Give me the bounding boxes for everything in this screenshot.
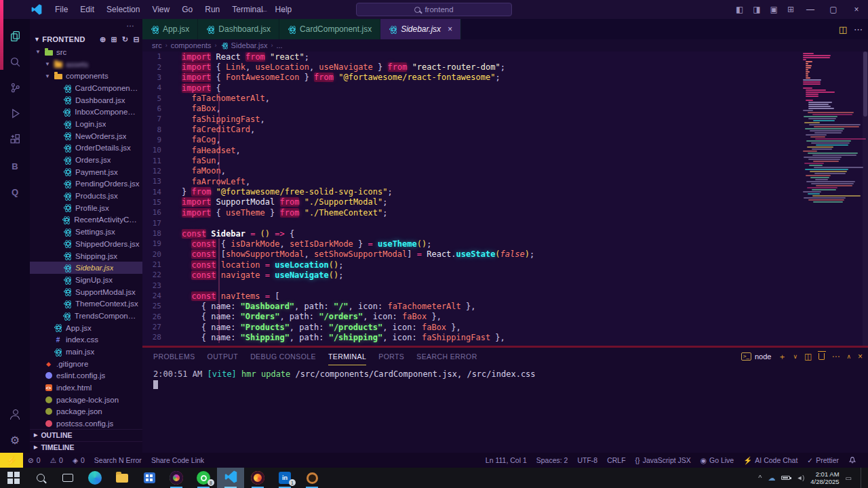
minimize-button[interactable]: — xyxy=(799,0,822,19)
tree-item-shipping-jsx[interactable]: Shipping.jsx xyxy=(30,250,142,262)
activity-item-run-debug[interactable] xyxy=(0,102,30,127)
tree-item-shippedorders-jsx[interactable]: ShippedOrders.jsx xyxy=(30,238,142,250)
status-thunder-client[interactable]: ⚡ xyxy=(0,453,23,468)
editor-scrollbar[interactable] xyxy=(863,52,868,346)
tree-item-orderdetails-jsx[interactable]: OrderDetails.jsx xyxy=(30,142,142,155)
tree-item-signup-jsx[interactable]: SignUp.jsx xyxy=(30,274,142,286)
tree-item-settings-jsx[interactable]: Settings.jsx xyxy=(30,226,142,238)
tree-item-recentactivitycompon---[interactable]: RecentActivityCompon... xyxy=(30,214,142,226)
new-folder-icon[interactable]: ⊞ xyxy=(111,35,117,44)
collapse-all-icon[interactable]: ⊟ xyxy=(133,35,140,44)
tree-item-app-jsx[interactable]: App.jsx xyxy=(30,322,142,334)
close-tab-icon[interactable]: × xyxy=(448,24,452,34)
tree-item-index-css[interactable]: #index.css xyxy=(30,334,142,346)
taskbar-firefox[interactable] xyxy=(244,468,271,488)
breadcrumb-item-sidebarjsx[interactable]: Sidebar.jsx xyxy=(220,41,268,49)
tree-item-pendingorders-jsx[interactable]: PendingOrders.jsx xyxy=(30,178,142,190)
tree-item-src[interactable]: ▼src xyxy=(30,46,142,58)
tree-item--gitignore[interactable]: ◆.gitignore xyxy=(30,358,142,370)
tree-item-sidebar-jsx[interactable]: Sidebar.jsx xyxy=(30,262,142,274)
status-go-live[interactable]: ◉Go Live xyxy=(696,453,738,468)
tree-item-profile-jsx[interactable]: Profile.jsx xyxy=(30,202,142,214)
taskbar-whatsapp[interactable]: 8 xyxy=(190,468,217,488)
scrollbar-thumb[interactable] xyxy=(863,52,867,117)
panel-tab-terminal[interactable]: TERMINAL xyxy=(328,348,366,365)
toggle-panel-icon[interactable]: ◨ xyxy=(748,5,765,14)
panel-tab-output[interactable]: OUTPUT xyxy=(208,348,239,365)
status-indentation[interactable]: Spaces: 2 xyxy=(532,453,573,468)
hidden-icons-chevron[interactable]: ^ xyxy=(758,474,762,482)
section-timeline[interactable]: ▶TIMELINE xyxy=(30,441,142,453)
tree-item-dashboard-jsx[interactable]: Dashboard.jsx xyxy=(30,94,142,106)
activity-item-extensions[interactable] xyxy=(0,127,30,153)
status-warnings[interactable]: ⚠0 xyxy=(45,453,68,468)
tree-item-payment-jsx[interactable]: Payment.jsx xyxy=(30,166,142,178)
restore-button[interactable]: ▢ xyxy=(822,0,845,19)
menu-go[interactable]: Go xyxy=(176,5,199,14)
menu-file[interactable]: File xyxy=(49,5,74,14)
project-root-row[interactable]: ▼ FRONTEND ⊕ ⊞ ↻ ⊟ xyxy=(30,33,142,46)
taskbar-clock[interactable]: 2:01 AM 4/28/2025 xyxy=(810,470,839,485)
split-editor-icon[interactable]: ◫ xyxy=(839,24,847,35)
status-ai-code-chat[interactable]: ⚡AI Code Chat xyxy=(738,453,802,468)
section-outline[interactable]: ▶OUTLINE xyxy=(30,429,142,441)
code-editor[interactable]: 1import React from "react";2import { Lin… xyxy=(142,52,868,346)
status-notifications[interactable] xyxy=(844,453,861,468)
toggle-sidebar-icon[interactable]: ◧ xyxy=(731,5,748,14)
volume-icon[interactable]: ◄) xyxy=(796,474,804,481)
tree-item-eslint-config-js[interactable]: eslint.config.js xyxy=(30,370,142,382)
status-language-mode[interactable]: {}JavaScript JSX xyxy=(631,453,696,468)
tree-item-main-jsx[interactable]: main.jsx xyxy=(30,346,142,358)
menu-selection[interactable]: Selection xyxy=(100,5,146,14)
tab-sidebar-jsx[interactable]: Sidebar.jsx× xyxy=(380,19,461,39)
settings-gear-icon[interactable]: ⚙ xyxy=(0,427,30,453)
menu-edit[interactable]: Edit xyxy=(74,5,100,14)
minimap[interactable] xyxy=(803,53,863,203)
panel-tab-debug-console[interactable]: DEBUG CONSOLE xyxy=(250,348,316,365)
taskbar-linkedin[interactable]: in1 xyxy=(271,468,298,488)
terminal-dropdown-icon[interactable]: ∨ xyxy=(793,353,797,360)
tab-app-jsx[interactable]: App.jsx xyxy=(142,19,198,39)
status-eol[interactable]: CRLF xyxy=(602,453,630,468)
panel-tab-ports[interactable]: PORTS xyxy=(378,348,404,365)
tree-item-neworders-jsx[interactable]: NewOrders.jsx xyxy=(30,130,142,142)
tree-item-orders-jsx[interactable]: Orders.jsx xyxy=(30,154,142,166)
tree-item-trendscomponent-jsx[interactable]: TrendsComponent.jsx xyxy=(30,310,142,322)
tab-dashboard-jsx[interactable]: Dashboard.jsx xyxy=(198,19,279,39)
activity-item-search[interactable] xyxy=(0,50,30,76)
activity-item-ai-assistant[interactable]: Q xyxy=(0,179,30,205)
refresh-icon[interactable]: ↻ xyxy=(122,35,129,44)
taskbar-chrome[interactable] xyxy=(163,468,190,488)
activity-item-source-control[interactable] xyxy=(0,76,30,102)
tree-item-products-jsx[interactable]: Products.jsx xyxy=(30,190,142,202)
status-share-code-link[interactable]: Share Code Link xyxy=(146,453,209,468)
breadcrumb-item-src[interactable]: src xyxy=(152,41,162,49)
taskbar-start[interactable] xyxy=(0,468,27,488)
taskbar-orange-ring-app[interactable] xyxy=(298,468,326,488)
new-file-icon[interactable]: ⊕ xyxy=(100,35,106,44)
taskbar-store[interactable] xyxy=(136,468,163,488)
action-center-icon[interactable]: ▭ xyxy=(846,474,852,482)
activity-item-bito[interactable]: B xyxy=(0,153,30,179)
tree-item-themecontext-jsx[interactable]: ThemeContext.jsx xyxy=(30,298,142,310)
taskbar-taskbar-search[interactable] xyxy=(27,468,54,488)
close-button[interactable]: × xyxy=(845,0,868,19)
tree-item-postcss-config-js[interactable]: postcss.config.js xyxy=(30,418,142,429)
panel-more-icon[interactable]: ⋯ xyxy=(831,352,840,361)
tree-item-package-json[interactable]: package.json xyxy=(30,406,142,418)
split-terminal-icon[interactable]: ◫ xyxy=(804,352,812,361)
status-errors[interactable]: ⊘0 xyxy=(23,453,45,468)
menu-run[interactable]: Run xyxy=(199,5,226,14)
tree-item-inboxcomponent-jsx[interactable]: InboxComponent.jsx xyxy=(30,106,142,118)
terminal-shell-item[interactable]: >_ node xyxy=(741,352,772,361)
battery-icon[interactable] xyxy=(781,476,790,481)
breadcrumb-item-[interactable]: ... xyxy=(276,41,282,49)
activity-item-explorer[interactable] xyxy=(0,24,30,50)
tree-item-package-lock-json[interactable]: package-lock.json xyxy=(30,394,142,406)
status-encoding[interactable]: UTF-8 xyxy=(572,453,602,468)
terminal-output[interactable]: 2:00:51 AM [vite] hmr update /src/compon… xyxy=(142,365,868,390)
tree-item-supportmodal-jsx[interactable]: SupportModal.jsx xyxy=(30,286,142,298)
kill-terminal-icon[interactable] xyxy=(818,353,825,360)
status-counter[interactable]: ◈0 xyxy=(68,453,90,468)
toggle-secondary-sidebar-icon[interactable]: ▣ xyxy=(766,5,783,14)
